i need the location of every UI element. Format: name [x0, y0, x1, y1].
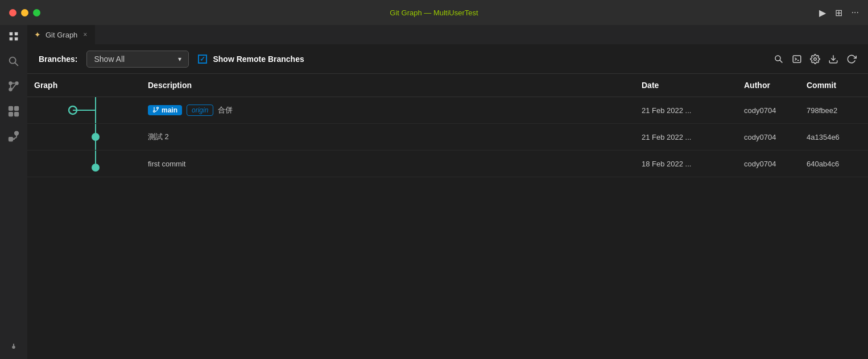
desc-text-2: 測試 2 — [148, 132, 169, 142]
window-title: Git Graph — MultiUserTest — [390, 9, 478, 17]
svg-point-31 — [157, 107, 159, 109]
table-header: Graph Description Date Author Commit — [27, 74, 868, 97]
git-table: Graph Description Date Author Commit — [27, 74, 868, 359]
titlebar: Git Graph — MultiUserTest ▶ ⊞ ··· — [0, 0, 868, 25]
svg-rect-9 — [9, 107, 13, 110]
close-button[interactable] — [9, 9, 16, 16]
svg-point-36 — [92, 164, 100, 172]
activity-bar — [0, 25, 27, 359]
svg-point-7 — [15, 82, 18, 85]
svg-rect-13 — [9, 137, 13, 141]
svg-point-19 — [13, 347, 15, 349]
tab-git-graph-label: Git Graph — [46, 31, 77, 39]
tab-bar: ✦ Git Graph × — [27, 25, 868, 45]
branches-dropdown-value: Show All — [94, 55, 173, 64]
table-row[interactable]: 測試 2 21 Feb 2022 ... cody0704 4a1354e6 — [27, 124, 868, 151]
toolbar-actions — [774, 54, 857, 64]
svg-rect-3 — [15, 37, 18, 41]
tab-git-graph[interactable]: ✦ Git Graph × — [27, 24, 95, 44]
remote-branches-toggle[interactable]: ✓ Show Remote Branches — [198, 55, 304, 64]
search-commits-icon[interactable] — [774, 54, 784, 64]
split-editor-icon[interactable]: ⊞ — [835, 7, 842, 18]
svg-line-5 — [15, 62, 18, 65]
git-branch-icon — [152, 106, 159, 114]
remote-branches-label: Show Remote Branches — [213, 55, 304, 64]
desc-cell-3: first commit — [141, 155, 635, 173]
refresh-icon[interactable] — [846, 54, 857, 64]
svg-rect-1 — [15, 32, 18, 36]
graph-svg-3 — [27, 151, 141, 177]
sidebar-item-git-graph[interactable] — [7, 336, 20, 350]
fetch-icon[interactable] — [828, 54, 838, 64]
date-cell-3: 18 Feb 2022 ... — [635, 155, 737, 173]
main-layout: ✦ Git Graph × Branches: Show All ▾ ✓ Sho… — [0, 25, 868, 359]
col-commit: Commit — [800, 78, 868, 92]
date-cell-2: 21 Feb 2022 ... — [635, 128, 737, 146]
more-actions-icon[interactable]: ··· — [852, 7, 859, 18]
git-graph-tab-icon: ✦ — [34, 30, 41, 39]
sidebar-item-search[interactable] — [7, 55, 20, 68]
svg-point-6 — [9, 88, 12, 91]
terminal-icon[interactable] — [792, 54, 802, 64]
svg-point-34 — [92, 133, 100, 141]
author-cell-2: cody0704 — [737, 128, 800, 146]
chevron-down-icon: ▾ — [178, 55, 181, 63]
branches-dropdown[interactable]: Show All ▾ — [86, 51, 189, 68]
content-area: ✦ Git Graph × Branches: Show All ▾ ✓ Sho… — [27, 25, 868, 359]
svg-line-22 — [780, 60, 782, 62]
svg-point-25 — [814, 58, 817, 61]
main-badge-text: main — [162, 106, 177, 114]
svg-rect-0 — [10, 32, 13, 36]
col-graph: Graph — [27, 78, 141, 92]
svg-rect-10 — [15, 107, 18, 110]
main-branch-badge[interactable]: main — [148, 105, 182, 115]
sidebar-item-extensions[interactable] — [7, 105, 20, 118]
desc-cell-2: 測試 2 — [141, 127, 635, 147]
svg-rect-2 — [10, 37, 13, 41]
svg-point-8 — [9, 82, 12, 85]
settings-icon[interactable] — [810, 54, 820, 64]
branches-label: Branches: — [39, 55, 77, 64]
col-description: Description — [141, 78, 635, 92]
desc-cell-1: main origin 合併 — [141, 100, 635, 120]
window-controls — [9, 9, 40, 16]
graph-cell-2 — [27, 124, 141, 150]
table-row[interactable]: first commit 18 Feb 2022 ... cody0704 64… — [27, 151, 868, 177]
minimize-button[interactable] — [21, 9, 28, 16]
svg-point-14 — [15, 131, 18, 135]
graph-cell-3 — [27, 151, 141, 177]
tab-close-button[interactable]: × — [82, 30, 88, 40]
sidebar-item-remote[interactable] — [7, 130, 20, 143]
sidebar-item-source-control[interactable] — [7, 80, 20, 93]
remote-branches-checkbox[interactable]: ✓ — [198, 55, 207, 64]
commit-cell-2: 4a1354e6 — [800, 128, 868, 146]
titlebar-right-actions: ▶ ⊞ ··· — [819, 7, 859, 18]
date-cell-1: 21 Feb 2022 ... — [635, 102, 737, 119]
graph-svg-1 — [27, 97, 141, 123]
maximize-button[interactable] — [33, 9, 40, 16]
desc-text-3: first commit — [148, 160, 185, 168]
graph-svg-2 — [27, 124, 141, 150]
checkbox-check-icon: ✓ — [200, 55, 205, 63]
graph-cell-1 — [27, 97, 141, 123]
author-cell-1: cody0704 — [737, 102, 800, 119]
toolbar: Branches: Show All ▾ ✓ Show Remote Branc… — [27, 45, 868, 74]
svg-rect-12 — [15, 112, 18, 116]
run-icon[interactable]: ▶ — [819, 7, 826, 18]
desc-text-1: 合併 — [218, 105, 233, 115]
svg-rect-11 — [9, 112, 13, 116]
sidebar-item-explorer[interactable] — [7, 30, 20, 43]
col-date: Date — [635, 78, 737, 92]
table-row[interactable]: main origin 合併 21 Feb 2022 ... cody0704 … — [27, 97, 868, 124]
svg-point-32 — [154, 111, 155, 112]
commit-cell-3: 640ab4c6 — [800, 155, 868, 173]
origin-badge[interactable]: origin — [187, 105, 213, 116]
origin-badge-text: origin — [192, 106, 208, 114]
author-cell-3: cody0704 — [737, 155, 800, 173]
commit-cell-1: 798fbee2 — [800, 102, 868, 119]
col-author: Author — [737, 78, 800, 92]
